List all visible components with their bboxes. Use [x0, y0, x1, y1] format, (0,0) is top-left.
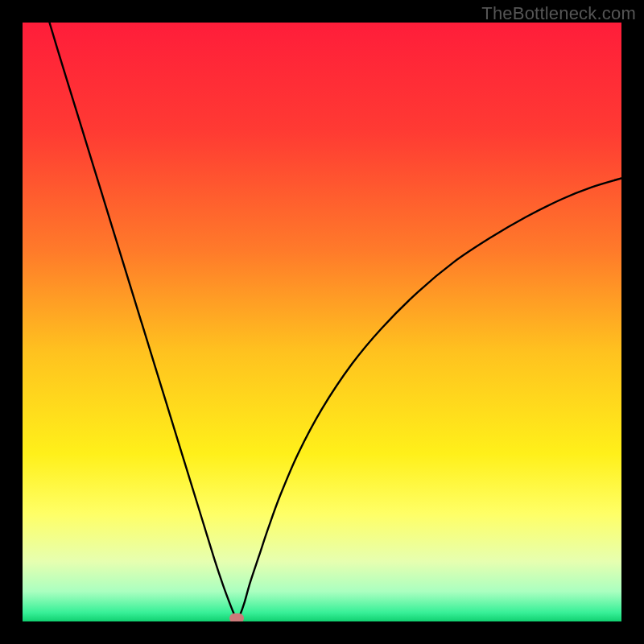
plot-area	[23, 23, 621, 621]
bottleneck-curve	[23, 23, 621, 621]
chart-frame: TheBottleneck.com	[0, 0, 644, 644]
optimal-point-marker	[229, 613, 244, 621]
watermark-text: TheBottleneck.com	[481, 3, 636, 24]
